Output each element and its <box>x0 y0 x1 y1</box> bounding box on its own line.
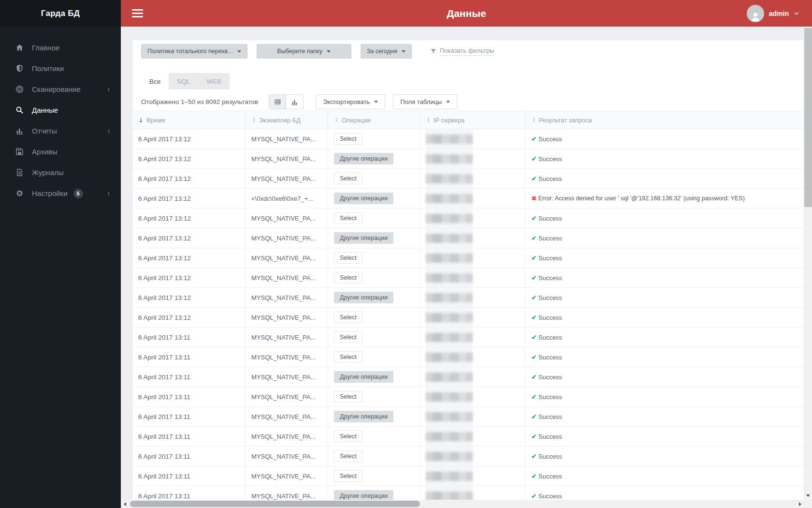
table-fields-button[interactable]: Поля таблицы <box>393 94 457 109</box>
result-status-icon: ✔ <box>531 452 537 460</box>
table-row[interactable]: 6 April 2017 13:12 <\0xdc\0xe6\0xe7_+...… <box>132 189 804 209</box>
scroll-right-arrow[interactable] <box>796 500 804 508</box>
cell-server-ip <box>420 268 525 287</box>
sidebar-item-gear[interactable]: Настройки 5 ‹ <box>0 183 121 204</box>
cell-operation: Select <box>328 268 420 287</box>
result-status-icon: ✔ <box>531 234 537 242</box>
sidebar-item-search[interactable]: Данные <box>0 100 121 120</box>
scroll-down-arrow[interactable] <box>804 492 812 500</box>
cell-time: 6 April 2017 13:11 <box>132 466 246 486</box>
cell-server-ip <box>420 347 525 367</box>
page-title: Данные <box>121 8 812 19</box>
table-row[interactable]: 6 April 2017 13:11 MYSQL_NATIVE_PA... Др… <box>132 367 804 387</box>
settings-count-badge: 5 <box>73 189 83 198</box>
column-header-query-result[interactable]: ↕ Результат запроса <box>525 111 804 129</box>
cell-time: 6 April 2017 13:11 <box>132 367 246 387</box>
cell-db-instance: MYSQL_NATIVE_PA... <box>246 407 328 426</box>
table-row[interactable]: 6 April 2017 13:12 MYSQL_NATIVE_PA... Др… <box>132 149 804 169</box>
table-row[interactable]: 6 April 2017 13:12 MYSQL_NATIVE_PA... Se… <box>132 129 804 149</box>
bar-chart-icon <box>291 98 298 105</box>
cell-operation: Другие операции <box>328 367 420 387</box>
redacted-ip-block <box>426 228 473 248</box>
caret-down-icon <box>446 101 450 103</box>
result-status-icon: ✔ <box>531 413 537 420</box>
table-row[interactable]: 6 April 2017 13:11 MYSQL_NATIVE_PA... Se… <box>132 328 804 347</box>
vertical-scrollbar[interactable] <box>804 27 812 500</box>
redacted-ip-block <box>426 367 473 387</box>
sidebar-nav: Главное Политики Сканирование ‹ Данные О… <box>0 27 121 204</box>
app-logo: Гарда БД <box>0 0 121 27</box>
cell-time: 6 April 2017 13:12 <box>132 149 246 168</box>
folder-filter-dropdown[interactable]: Выберите папку <box>257 44 351 59</box>
user-menu[interactable]: admin <box>747 5 799 22</box>
scroll-left-arrow[interactable] <box>121 500 129 508</box>
table-view-button[interactable] <box>269 94 286 109</box>
table-row[interactable]: 6 April 2017 13:12 MYSQL_NATIVE_PA... Др… <box>132 288 804 308</box>
export-button[interactable]: Экспортировать <box>316 94 385 109</box>
table-row[interactable]: 6 April 2017 13:11 MYSQL_NATIVE_PA... Se… <box>132 447 804 466</box>
result-status-icon: ✔ <box>531 393 537 401</box>
cell-query-result: ✔ Success <box>525 228 804 248</box>
cell-time: 6 April 2017 13:12 <box>132 248 246 268</box>
table-row[interactable]: 6 April 2017 13:11 MYSQL_NATIVE_PA... Др… <box>132 407 804 427</box>
policy-filter-dropdown[interactable]: Политика тотального перехв... <box>141 44 247 59</box>
table-row[interactable]: 6 April 2017 13:11 MYSQL_NATIVE_PA... Se… <box>132 347 804 367</box>
result-status-icon: ✔ <box>531 214 537 222</box>
column-header-operations[interactable]: ↕ Операции <box>328 111 420 129</box>
cell-server-ip <box>420 248 525 268</box>
column-header-time[interactable]: ↓ Время <box>132 111 246 129</box>
redacted-ip-block <box>426 347 473 367</box>
horizontal-scrollbar[interactable] <box>121 500 804 508</box>
cell-time: 6 April 2017 13:12 <box>132 268 246 287</box>
table-row[interactable]: 6 April 2017 13:12 MYSQL_NATIVE_PA... Se… <box>132 248 804 268</box>
result-status-icon: ✔ <box>531 274 537 282</box>
view-toggle-group <box>269 94 304 109</box>
table-row[interactable]: 6 April 2017 13:12 MYSQL_NATIVE_PA... Se… <box>132 209 804 228</box>
tab-sql[interactable]: SQL <box>169 73 198 90</box>
hamburger-menu-icon[interactable] <box>132 7 143 19</box>
cell-query-result: ✔ Success <box>525 209 804 228</box>
user-name: admin <box>769 10 789 17</box>
cell-db-instance: MYSQL_NATIVE_PA... <box>246 328 328 347</box>
sidebar-item-home[interactable]: Главное <box>0 37 121 58</box>
table-row[interactable]: 6 April 2017 13:12 MYSQL_NATIVE_PA... Se… <box>132 169 804 189</box>
cell-server-ip <box>420 189 525 208</box>
horizontal-scrollbar-thumb[interactable] <box>130 501 420 507</box>
tab-web[interactable]: WEB <box>198 73 230 90</box>
result-status-icon: ✔ <box>531 433 537 440</box>
result-status-icon: ✔ <box>531 254 537 262</box>
redacted-ip-block <box>426 288 473 307</box>
sidebar-item-shield[interactable]: Политики <box>0 58 121 79</box>
sidebar-item-document[interactable]: Журналы <box>0 162 121 183</box>
table-row[interactable]: 6 April 2017 13:11 MYSQL_NATIVE_PA... Se… <box>132 466 804 486</box>
cell-operation: Другие операции <box>328 407 420 426</box>
column-header-server-ip[interactable]: ↕ IP сервера <box>420 111 525 129</box>
vertical-scrollbar-thumb[interactable] <box>804 28 812 207</box>
tab-all[interactable]: Все <box>141 73 169 90</box>
cell-time: 6 April 2017 13:11 <box>132 387 246 406</box>
table-row[interactable]: 6 April 2017 13:11 MYSQL_NATIVE_PA... Se… <box>132 427 804 447</box>
chevron-left-icon: ‹ <box>107 125 110 136</box>
sidebar-item-bar-chart[interactable]: Отчеты ‹ <box>0 120 121 141</box>
bar-chart-icon <box>14 126 25 136</box>
table-row[interactable]: 6 April 2017 13:12 MYSQL_NATIVE_PA... Др… <box>132 228 804 248</box>
period-filter-dropdown[interactable]: За сегодня <box>361 44 412 59</box>
cell-query-result: ✔ Success <box>525 328 804 347</box>
cell-query-result: ✔ Success <box>525 288 804 307</box>
cell-db-instance: MYSQL_NATIVE_PA... <box>246 447 328 466</box>
column-header-db-instance[interactable]: ↕ Экземпляр БД <box>246 111 328 129</box>
show-filters-link[interactable]: Показать фильтры <box>430 47 494 56</box>
sidebar: Гарда БД Главное Политики Сканирование ‹… <box>0 0 121 508</box>
chart-view-button[interactable] <box>286 94 304 109</box>
table-row[interactable]: 6 April 2017 13:11 MYSQL_NATIVE_PA... Se… <box>132 387 804 407</box>
cell-time: 6 April 2017 13:11 <box>132 407 246 426</box>
cell-operation: Другие операции <box>328 149 420 168</box>
cell-time: 6 April 2017 13:12 <box>132 308 246 327</box>
cell-time: 6 April 2017 13:11 <box>132 347 246 367</box>
sidebar-item-floppy[interactable]: Архивы <box>0 141 121 162</box>
cell-server-ip <box>420 328 525 347</box>
cell-operation: Select <box>328 387 420 406</box>
table-row[interactable]: 6 April 2017 13:12 MYSQL_NATIVE_PA... Se… <box>132 268 804 288</box>
table-row[interactable]: 6 April 2017 13:12 MYSQL_NATIVE_PA... Se… <box>132 308 804 328</box>
sidebar-item-target[interactable]: Сканирование ‹ <box>0 79 121 100</box>
